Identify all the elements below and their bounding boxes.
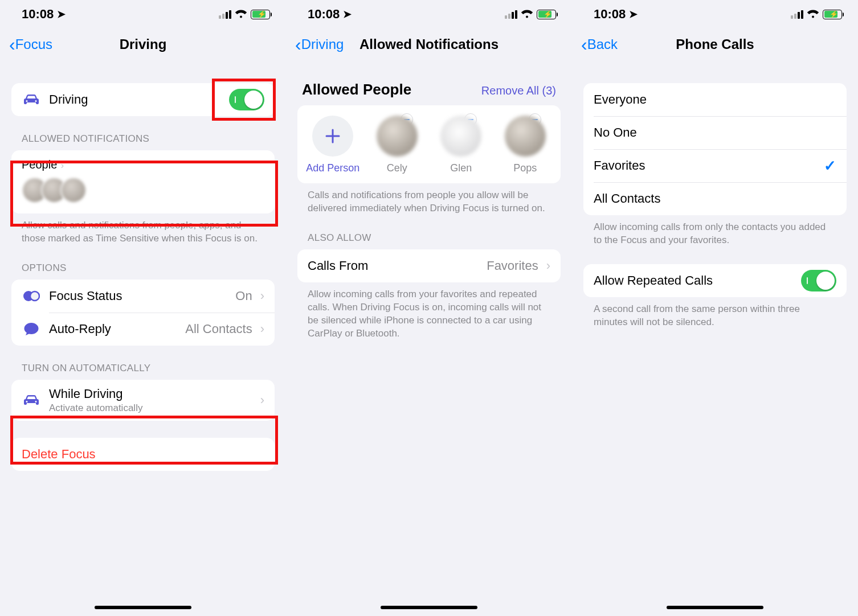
allow-repeated-row: Allow Repeated Calls xyxy=(583,264,847,297)
avatar xyxy=(505,116,546,157)
cell-signal-icon xyxy=(791,10,803,19)
focus-status-label: Focus Status xyxy=(49,289,227,303)
chevron-left-icon: ‹ xyxy=(295,35,301,54)
home-indicator xyxy=(381,606,477,609)
contact-name: Pops xyxy=(513,162,537,174)
chevron-right-icon: › xyxy=(260,322,264,336)
also-allow-header: ALSO ALLOW xyxy=(297,232,561,249)
driving-label: Driving xyxy=(49,92,221,107)
screen-allowed-notifications: 10:08 ➤ ⚡ ‹ Driving Allowed Notification… xyxy=(286,0,572,616)
people-avatars xyxy=(22,177,264,203)
status-time: 10:08 xyxy=(22,7,54,22)
add-person-label: Add Person xyxy=(306,162,359,174)
option-label: Favorites xyxy=(594,158,816,173)
option-label: No One xyxy=(594,125,836,140)
car-icon xyxy=(22,93,41,106)
avatar xyxy=(440,116,481,157)
cell-signal-icon xyxy=(505,10,517,19)
remove-all-button[interactable]: Remove All (3) xyxy=(481,84,556,97)
status-time: 10:08 xyxy=(594,7,626,22)
chevron-left-icon: ‹ xyxy=(581,35,587,54)
delete-focus-button[interactable]: Delete Focus xyxy=(11,438,275,471)
status-time: 10:08 xyxy=(308,7,340,22)
auto-reply-row[interactable]: Auto-Reply All Contacts › xyxy=(11,313,275,346)
option-all-contacts[interactable]: All Contacts xyxy=(583,182,847,215)
people-footer: Calls and notifications from people you … xyxy=(297,183,561,215)
location-icon: ➤ xyxy=(629,8,638,20)
people-row[interactable]: People › xyxy=(11,150,275,213)
back-label: Focus xyxy=(15,36,52,52)
allowed-footer: Allow calls and notifications from peopl… xyxy=(11,213,275,245)
battery-icon: ⚡ xyxy=(251,10,270,19)
cell-signal-icon xyxy=(219,10,231,19)
option-no-one[interactable]: No One xyxy=(583,116,847,149)
allow-repeated-toggle[interactable] xyxy=(801,270,836,291)
back-button[interactable]: ‹ Driving xyxy=(295,35,344,54)
home-indicator xyxy=(667,606,763,609)
screen-driving-focus: 10:08 ➤ ⚡ ‹ Focus Driving Driving xyxy=(0,0,286,616)
driving-toggle-row: Driving xyxy=(11,83,275,116)
chevron-right-icon: › xyxy=(546,258,550,273)
auto-reply-value: All Contacts xyxy=(185,322,252,336)
avatar xyxy=(377,116,418,157)
add-person-button[interactable]: Add Person xyxy=(305,116,360,174)
focus-status-row[interactable]: Focus Status On › xyxy=(11,280,275,313)
contact-item[interactable]: Cely xyxy=(370,116,424,174)
chevron-right-icon: › xyxy=(260,289,264,303)
wifi-icon xyxy=(235,10,247,19)
focus-status-icon xyxy=(22,289,41,303)
contact-item[interactable]: Pops xyxy=(498,116,553,174)
option-everyone[interactable]: Everyone xyxy=(583,83,847,116)
wifi-icon xyxy=(807,10,819,19)
calls-from-label: Calls From xyxy=(308,258,479,273)
repeated-footer: A second call from the same person withi… xyxy=(583,297,847,329)
options-header: OPTIONS xyxy=(11,262,275,280)
chevron-right-icon: › xyxy=(260,393,264,408)
avatar xyxy=(60,177,87,203)
back-button[interactable]: ‹ Back xyxy=(581,35,618,54)
home-indicator xyxy=(95,606,191,609)
allowed-notifications-header: ALLOWED NOTIFICATIONS xyxy=(11,133,275,150)
delete-focus-label: Delete Focus xyxy=(22,447,264,462)
calls-from-row[interactable]: Calls From Favorites › xyxy=(297,249,561,282)
contact-name: Cely xyxy=(387,162,407,174)
auto-reply-label: Auto-Reply xyxy=(49,322,177,336)
screen-phone-calls: 10:08 ➤ ⚡ ‹ Back Phone Calls Everyone No… xyxy=(572,0,858,616)
driving-toggle[interactable] xyxy=(229,89,264,110)
wifi-icon xyxy=(521,10,533,19)
chevron-right-icon: › xyxy=(61,161,64,170)
contact-name: Glen xyxy=(450,162,472,174)
allowed-people-header: Allowed People xyxy=(302,81,411,98)
calls-from-value: Favorites xyxy=(487,258,538,273)
car-icon xyxy=(22,394,41,406)
location-icon: ➤ xyxy=(343,8,352,20)
back-label: Back xyxy=(587,36,618,52)
allow-repeated-label: Allow Repeated Calls xyxy=(594,273,793,288)
options-footer: Allow incoming calls from only the conta… xyxy=(583,215,847,247)
location-icon: ➤ xyxy=(57,8,66,20)
option-favorites[interactable]: Favorites ✓ xyxy=(583,149,847,182)
while-driving-label: While Driving xyxy=(49,387,252,401)
speech-bubble-icon xyxy=(22,322,41,336)
chevron-left-icon: ‹ xyxy=(9,35,15,54)
calls-footer: Allow incoming calls from your favorites… xyxy=(297,282,561,340)
back-button[interactable]: ‹ Focus xyxy=(9,35,52,54)
people-label: People xyxy=(22,158,57,171)
battery-icon: ⚡ xyxy=(537,10,556,19)
option-label: All Contacts xyxy=(594,191,836,206)
nav-bar: ‹ Driving Allowed Notifications xyxy=(286,28,572,60)
checkmark-icon: ✓ xyxy=(824,157,836,175)
status-bar: 10:08 ➤ ⚡ xyxy=(286,0,572,28)
option-label: Everyone xyxy=(594,92,836,107)
while-driving-sub: Activate automatically xyxy=(49,403,252,414)
battery-icon: ⚡ xyxy=(823,10,842,19)
back-label: Driving xyxy=(301,36,344,52)
allowed-people-card: Add Person Cely Glen Pops xyxy=(297,105,561,183)
plus-icon xyxy=(312,116,353,157)
nav-bar: ‹ Back Phone Calls xyxy=(572,28,858,60)
while-driving-row[interactable]: While Driving Activate automatically › xyxy=(11,380,275,421)
focus-status-value: On xyxy=(235,289,252,303)
status-bar: 10:08 ➤ ⚡ xyxy=(0,0,286,28)
contact-item[interactable]: Glen xyxy=(434,116,488,174)
nav-bar: ‹ Focus Driving xyxy=(0,28,286,60)
